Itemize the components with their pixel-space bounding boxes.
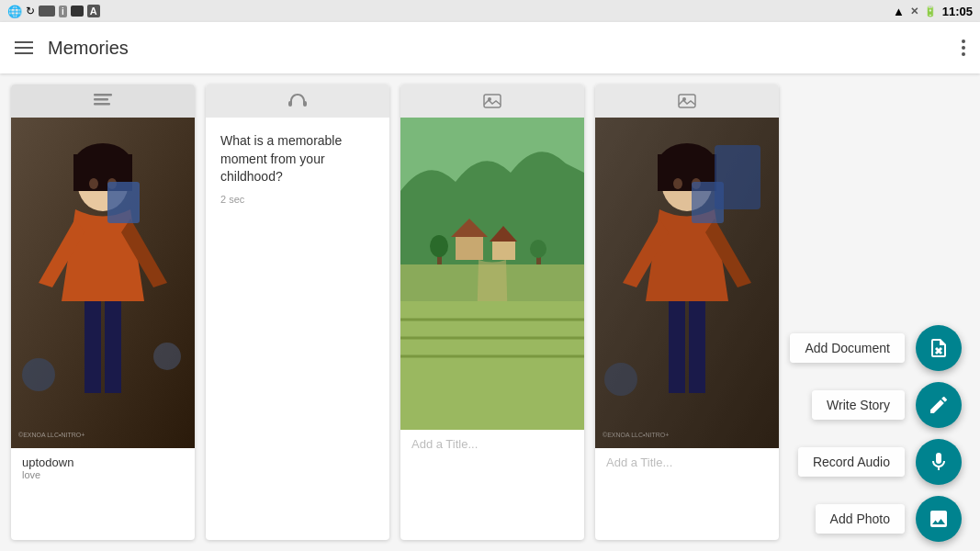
write-story-button[interactable] (916, 382, 962, 428)
memory-card-4[interactable]: ©EXNOA LLC•NITRO+ Add a Title... (595, 84, 779, 540)
svg-rect-1 (94, 98, 108, 101)
card-4-footer: Add a Title... (595, 448, 779, 477)
more-dot-2 (962, 46, 965, 50)
card-3-header (400, 84, 584, 118)
card-2-time: 2 sec (220, 194, 375, 205)
fab-menu: Add Document Write Story Record Audio (790, 325, 962, 542)
svg-point-13 (153, 343, 181, 370)
svg-rect-8 (105, 301, 121, 393)
add-document-button[interactable] (916, 325, 962, 371)
card-4-header (595, 84, 779, 118)
add-photo-label: Add Photo (816, 504, 905, 534)
add-document-label: Add Document (790, 333, 905, 363)
svg-rect-2 (94, 103, 110, 106)
card-1-image: ©EXNOA LLC•NITRO+ (11, 118, 195, 448)
image-icon-3 (483, 94, 501, 108)
more-dot-3 (962, 52, 965, 56)
svg-point-28 (530, 240, 546, 258)
svg-point-12 (22, 358, 55, 391)
write-story-label: Write Story (812, 390, 905, 420)
svg-rect-33 (679, 95, 695, 107)
svg-rect-17 (484, 95, 501, 107)
hamburger-menu-button[interactable] (15, 41, 33, 54)
app-title: Memories (48, 38, 129, 59)
add-photo-button[interactable] (916, 496, 962, 542)
svg-point-42 (673, 178, 682, 189)
svg-text:©EXNOA LLC•NITRO+: ©EXNOA LLC•NITRO+ (18, 432, 84, 438)
hamburger-line-2 (15, 47, 33, 49)
card-3-image (400, 118, 584, 430)
memory-card-3[interactable]: Add a Title... (400, 84, 584, 540)
fab-item-write-story: Write Story (812, 382, 962, 428)
card-2-question: What is a memorable moment from your chi… (220, 132, 375, 186)
svg-rect-40 (669, 301, 685, 393)
svg-rect-15 (288, 101, 292, 107)
signal-icon: ✕ (910, 6, 918, 17)
anime-char-1: ©EXNOA LLC•NITRO+ (11, 118, 195, 448)
photo-icon (928, 508, 950, 530)
fab-item-add-document: Add Document (790, 325, 962, 371)
anime-char-2: ©EXNOA LLC•NITRO+ (595, 118, 779, 448)
svg-rect-45 (715, 145, 760, 209)
svg-rect-23 (492, 242, 515, 260)
hamburger-line-3 (15, 52, 33, 54)
image-icon-4 (678, 94, 696, 108)
more-options-button[interactable] (962, 39, 965, 56)
fab-item-record-audio: Record Audio (798, 439, 962, 485)
card-1-footer: uptodown love (11, 448, 195, 488)
sync-icon: ↻ (26, 5, 35, 17)
write-icon (928, 394, 950, 416)
mic-icon (928, 451, 950, 473)
card-4-image: ©EXNOA LLC•NITRO+ (595, 118, 779, 448)
wifi-icon: ▲ (893, 5, 905, 18)
svg-text:©EXNOA LLC•NITRO+: ©EXNOA LLC•NITRO+ (603, 432, 669, 438)
memory-card-1[interactable]: ©EXNOA LLC•NITRO+ uptodown love (11, 84, 195, 540)
card-2-body: What is a memorable moment from your chi… (206, 118, 389, 219)
card-1-header (11, 84, 195, 118)
landscape-svg (400, 118, 584, 430)
headphone-icon (287, 93, 308, 109)
text-icon (94, 94, 112, 108)
battery-icon: 🔋 (924, 6, 937, 17)
box-icon-2 (71, 6, 84, 17)
app-bar-left: Memories (15, 38, 129, 59)
app-bar: Memories (0, 22, 980, 73)
svg-rect-16 (303, 101, 307, 107)
status-bar: 🌐 ↻ i A ▲ ✕ 🔋 11:05 (0, 0, 980, 22)
fab-item-add-photo: Add Photo (816, 496, 962, 542)
card-3-footer: Add a Title... (400, 430, 584, 458)
box-icon-1 (39, 6, 55, 17)
svg-point-46 (604, 363, 637, 396)
card-1-subtitle: love (22, 469, 184, 480)
svg-rect-41 (689, 301, 705, 393)
status-right-icons: ▲ ✕ 🔋 11:05 (893, 5, 973, 18)
svg-rect-21 (456, 237, 483, 260)
status-left-icons: 🌐 ↻ i A (7, 5, 100, 18)
globe-icon: 🌐 (7, 5, 22, 18)
svg-rect-7 (84, 301, 101, 393)
svg-point-26 (430, 235, 448, 257)
card-2-header (206, 84, 389, 118)
record-audio-button[interactable] (916, 439, 962, 485)
document-icon (928, 337, 950, 359)
svg-point-9 (89, 178, 98, 189)
card-1-title: uptodown (22, 455, 184, 469)
card-3-title-placeholder: Add a Title... (411, 437, 573, 451)
svg-rect-0 (94, 94, 112, 96)
card-4-title-placeholder: Add a Title... (606, 455, 768, 469)
hamburger-line-1 (15, 41, 33, 43)
info-icon: i (59, 6, 67, 17)
more-dot-1 (962, 39, 965, 43)
clock: 11:05 (942, 5, 973, 18)
main-content: ©EXNOA LLC•NITRO+ uptodown love What is … (0, 73, 980, 551)
record-audio-label: Record Audio (798, 447, 905, 477)
memory-card-2[interactable]: What is a memorable moment from your chi… (206, 84, 389, 540)
svg-rect-11 (107, 182, 140, 223)
a-icon: A (87, 5, 100, 17)
